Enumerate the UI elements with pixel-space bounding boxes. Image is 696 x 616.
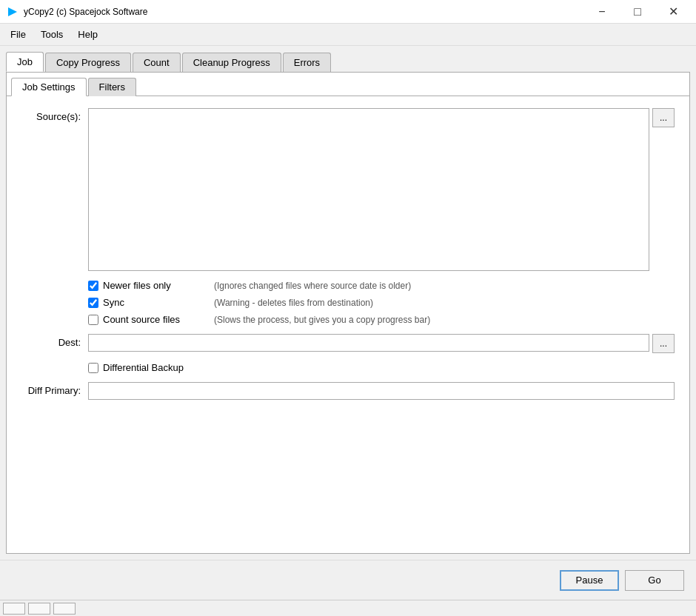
top-tabs: Job Copy Progress Count Cleanup Progress… bbox=[6, 52, 690, 72]
diff-primary-label: Diff Primary: bbox=[21, 382, 81, 396]
sources-textarea[interactable] bbox=[88, 108, 649, 271]
close-button[interactable]: ✕ bbox=[656, 1, 690, 23]
tab-errors[interactable]: Errors bbox=[283, 53, 331, 72]
menu-bar: File Tools Help bbox=[0, 24, 696, 46]
dest-label: Dest: bbox=[21, 334, 81, 348]
sources-browse-button[interactable]: ... bbox=[652, 108, 675, 127]
svg-marker-0 bbox=[8, 7, 17, 16]
tab-job[interactable]: Job bbox=[6, 52, 44, 72]
sync-label[interactable]: Sync bbox=[103, 297, 207, 308]
count-source-hint: (Slows the process, but gives you a copy… bbox=[214, 315, 430, 325]
diff-backup-section: Differential Backup bbox=[88, 362, 675, 373]
menu-tools[interactable]: Tools bbox=[33, 26, 70, 43]
minimize-button[interactable]: − bbox=[585, 1, 619, 23]
diff-primary-input[interactable] bbox=[88, 382, 675, 400]
sources-label: Source(s): bbox=[21, 108, 81, 122]
sub-tab-filters[interactable]: Filters bbox=[88, 78, 136, 96]
status-segment-3 bbox=[53, 603, 76, 615]
app-icon bbox=[6, 5, 19, 19]
title-bar: yCopy2 (c) Spacejock Software − □ ✕ bbox=[0, 0, 696, 24]
sub-tab-job-settings[interactable]: Job Settings bbox=[11, 78, 87, 96]
status-segment-2 bbox=[28, 603, 50, 615]
diff-primary-row: Diff Primary: bbox=[21, 382, 675, 400]
sync-row: Sync (Warning - deletes files from desti… bbox=[88, 297, 675, 308]
count-source-row: Count source files (Slows the process, b… bbox=[88, 314, 675, 325]
window-title: yCopy2 (c) Spacejock Software bbox=[24, 7, 585, 17]
checkboxes-section: Newer files only (Ignores changed files … bbox=[88, 280, 675, 325]
count-source-checkbox[interactable] bbox=[88, 315, 98, 325]
tab-copy-progress[interactable]: Copy Progress bbox=[45, 53, 131, 72]
footer: Pause Go bbox=[0, 560, 696, 600]
status-segment-1 bbox=[3, 603, 25, 615]
maximize-button[interactable]: □ bbox=[620, 1, 655, 23]
menu-file[interactable]: File bbox=[3, 26, 33, 43]
main-panel: Job Settings Filters Source(s): ... Newe… bbox=[6, 72, 690, 554]
newer-files-label[interactable]: Newer files only bbox=[103, 280, 207, 291]
diff-backup-row: Differential Backup bbox=[88, 362, 675, 373]
dest-browse-button[interactable]: ... bbox=[652, 334, 675, 353]
sources-control-wrap: ... bbox=[88, 108, 675, 271]
diff-backup-checkbox[interactable] bbox=[88, 363, 98, 373]
sources-row: Source(s): ... bbox=[21, 108, 675, 271]
tab-cleanup-progress[interactable]: Cleanup Progress bbox=[182, 53, 281, 72]
newer-files-row: Newer files only (Ignores changed files … bbox=[88, 280, 675, 291]
dest-control-wrap: ... bbox=[88, 334, 675, 353]
tab-count[interactable]: Count bbox=[133, 53, 181, 72]
sub-tabs: Job Settings Filters bbox=[7, 73, 689, 96]
diff-backup-label[interactable]: Differential Backup bbox=[103, 362, 207, 373]
newer-files-checkbox[interactable] bbox=[88, 281, 98, 291]
pause-button[interactable]: Pause bbox=[560, 570, 619, 591]
count-source-label[interactable]: Count source files bbox=[103, 314, 207, 325]
sync-checkbox[interactable] bbox=[88, 298, 98, 308]
dest-row: Dest: ... bbox=[21, 334, 675, 353]
tab-content-job-settings: Source(s): ... Newer files only (Ignores… bbox=[7, 96, 689, 553]
window-controls: − □ ✕ bbox=[585, 1, 690, 23]
menu-help[interactable]: Help bbox=[70, 26, 105, 43]
status-bar bbox=[0, 600, 696, 616]
diff-primary-control-wrap bbox=[88, 382, 675, 400]
go-button[interactable]: Go bbox=[625, 570, 684, 591]
newer-files-hint: (Ignores changed files where source date… bbox=[214, 281, 411, 291]
main-content: Job Copy Progress Count Cleanup Progress… bbox=[0, 46, 696, 560]
dest-input[interactable] bbox=[88, 334, 649, 352]
sync-hint: (Warning - deletes files from destinatio… bbox=[214, 298, 373, 308]
